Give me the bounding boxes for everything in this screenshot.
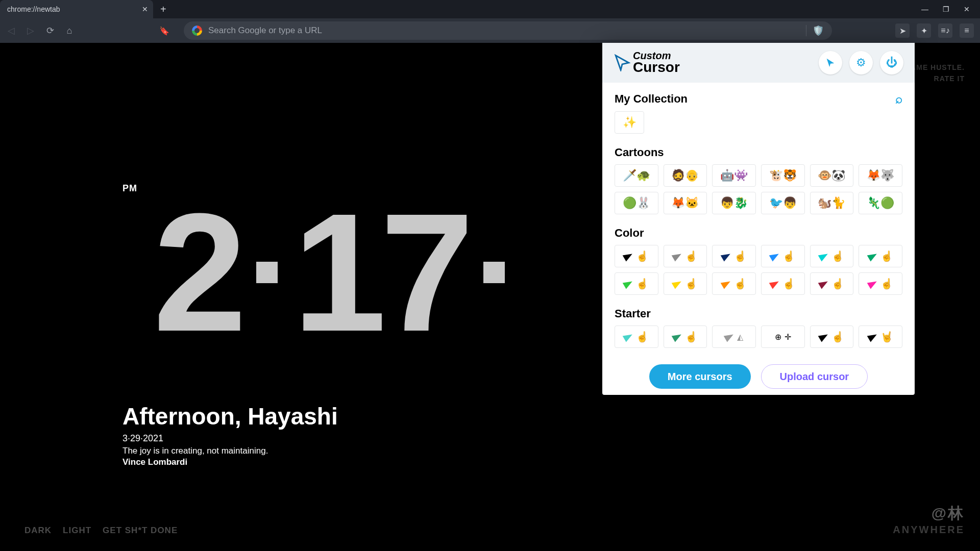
cursor-pack-item[interactable]: 🦊🐱 bbox=[664, 192, 707, 214]
power-icon: ⏻ bbox=[886, 56, 897, 69]
close-window-icon[interactable]: ✕ bbox=[964, 5, 970, 13]
menu-icon[interactable]: ≡ bbox=[960, 23, 974, 38]
pointer-icon bbox=[818, 251, 830, 261]
more-cursors-button[interactable]: More cursors bbox=[649, 364, 751, 389]
cursor-pack-item[interactable]: 🧔👴 bbox=[664, 164, 707, 187]
hand-icon: ☝ bbox=[831, 250, 844, 262]
toolbar-right: ➤ ✦ ≡♪ ≡ bbox=[895, 23, 974, 38]
pointer-icon bbox=[724, 331, 736, 342]
pointer-icon bbox=[818, 331, 830, 342]
cursor-color-item[interactable]: ☝ bbox=[859, 245, 902, 267]
cursor-starter-item[interactable]: ◭ bbox=[712, 325, 756, 348]
hand-icon: ☝ bbox=[636, 278, 649, 290]
address-placeholder: Search Google or type a URL bbox=[208, 26, 800, 36]
upload-cursor-button[interactable]: Upload cursor bbox=[761, 364, 868, 389]
cursor-starter-item[interactable]: 🤘 bbox=[859, 325, 902, 348]
cursor-pack-item[interactable]: 🐵🐼 bbox=[810, 164, 854, 187]
color-title: Color bbox=[615, 227, 902, 240]
popup-header: Custom Cursor ⚙ ⏻ bbox=[602, 43, 915, 83]
cursor-starter-item[interactable]: ☝ bbox=[615, 325, 658, 348]
starter-section: Starter ☝ ☝ ◭ ⊕✛ ☝ 🤘 bbox=[615, 307, 902, 348]
hand-icon: ☝ bbox=[880, 250, 893, 262]
hand-icon: ☝ bbox=[880, 278, 893, 290]
forward-button[interactable]: ▷ bbox=[26, 25, 36, 36]
cursor-pack-item[interactable]: 👦🐉 bbox=[712, 192, 756, 214]
bookmark-icon[interactable]: 🔖 bbox=[159, 26, 169, 36]
hand-icon: ☝ bbox=[636, 250, 649, 262]
cursor-color-item[interactable]: ☝ bbox=[761, 245, 805, 267]
new-tab-button[interactable]: + bbox=[160, 4, 166, 15]
shield-icon[interactable]: 🛡️ bbox=[813, 25, 824, 36]
cartoons-grid: 🗡️🐢 🧔👴 🤖👾 🐮🐯 🐵🐼 🦊🐺 🟢🐰 🦊🐱 👦🐉 🐦👦 🐿️🐈 🦎🟢 bbox=[615, 164, 902, 214]
cursor-pack-item[interactable]: 🦊🐺 bbox=[859, 164, 902, 187]
cursor-color-item[interactable]: ☝ bbox=[810, 245, 854, 267]
pointer-icon bbox=[867, 278, 878, 289]
pointer-icon bbox=[818, 278, 830, 289]
custom-cursor-logo: Custom Cursor bbox=[614, 51, 680, 74]
cursor-pack-item[interactable]: 🐮🐯 bbox=[761, 164, 805, 187]
cursor-color-item[interactable]: ☝ bbox=[664, 245, 707, 267]
pointer-icon bbox=[825, 57, 836, 68]
cursor-starter-item[interactable]: ⊕✛ bbox=[761, 325, 805, 348]
triangle-icon: ◭ bbox=[737, 332, 743, 342]
settings-button[interactable]: ⚙ bbox=[849, 51, 873, 74]
cursor-pack-item[interactable]: 🤖👾 bbox=[712, 164, 756, 187]
hand-icon: ☝ bbox=[831, 331, 844, 343]
starter-title: Starter bbox=[615, 307, 902, 320]
my-collection-header: My Collection ⌕ bbox=[615, 92, 902, 106]
greeting-text: Afternoon, Hayashi bbox=[122, 403, 338, 430]
watermark: @林 ANYWHERE bbox=[893, 503, 965, 536]
cursor-color-item[interactable]: ☝ bbox=[615, 272, 658, 295]
home-button[interactable]: ⌂ bbox=[64, 26, 75, 36]
cursor-color-item[interactable]: ☝ bbox=[712, 245, 756, 267]
cursor-color-item[interactable]: ☝ bbox=[810, 272, 854, 295]
cursor-color-item[interactable]: ☝ bbox=[859, 272, 902, 295]
my-collection-item[interactable]: ✨ bbox=[615, 111, 644, 134]
reload-button[interactable]: ⟳ bbox=[45, 25, 55, 36]
extensions-icon[interactable]: ✦ bbox=[917, 23, 931, 38]
theme-toggle: DARK LIGHT GET SH*T DONE bbox=[24, 525, 178, 536]
cursor-pack-item[interactable]: 🐿️🐈 bbox=[810, 192, 854, 214]
cursor-extension-icon[interactable]: ➤ bbox=[895, 23, 910, 38]
meridiem-label: PM bbox=[122, 183, 137, 194]
newtab-page: PM 2 17 Afternoon, Hayashi 3·29·2021 The… bbox=[0, 43, 980, 551]
popup-actions: ⚙ ⏻ bbox=[819, 51, 903, 74]
cursor-pack-item[interactable]: 🐦👦 bbox=[761, 192, 805, 214]
address-bar[interactable]: Search Google or type a URL 🛡️ bbox=[184, 21, 832, 40]
pointer-icon bbox=[672, 278, 683, 289]
pointer-icon bbox=[623, 278, 634, 289]
search-icon[interactable]: ⌕ bbox=[895, 92, 902, 106]
cursor-starter-item[interactable]: ☝ bbox=[810, 325, 854, 348]
quote-author: Vince Lombardi bbox=[122, 457, 187, 467]
cursor-color-item[interactable]: ☝ bbox=[761, 272, 805, 295]
logo-text-bottom: Cursor bbox=[633, 61, 680, 74]
theme-light-button[interactable]: LIGHT bbox=[63, 525, 91, 536]
pointer-icon bbox=[672, 251, 683, 261]
theme-hustle-button[interactable]: GET SH*T DONE bbox=[103, 525, 178, 536]
maximize-icon[interactable]: ❐ bbox=[943, 5, 949, 13]
crosshair-icon: ✛ bbox=[785, 332, 791, 342]
my-collection-title: My Collection bbox=[615, 92, 688, 106]
theme-dark-button[interactable]: DARK bbox=[24, 525, 52, 536]
cursor-pack-item[interactable]: 🦎🟢 bbox=[859, 192, 902, 214]
cursor-starter-item[interactable]: ☝ bbox=[664, 325, 707, 348]
date-text: 3·29·2021 bbox=[122, 433, 163, 444]
hand-icon: ☝ bbox=[734, 250, 747, 262]
power-button[interactable]: ⏻ bbox=[880, 51, 903, 74]
cursor-color-item[interactable]: ☝ bbox=[664, 272, 707, 295]
cursor-color-item[interactable]: ☝ bbox=[615, 245, 658, 267]
playlist-icon[interactable]: ≡♪ bbox=[938, 23, 952, 38]
close-tab-icon[interactable]: ✕ bbox=[142, 5, 148, 13]
clock-hour: 2 bbox=[153, 188, 241, 357]
cursor-pack-item[interactable]: 🟢🐰 bbox=[615, 192, 658, 214]
back-button[interactable]: ◁ bbox=[6, 25, 16, 36]
pointer-icon bbox=[720, 251, 732, 261]
clock: 2 17 bbox=[153, 188, 505, 357]
cursor-color-item[interactable]: ☝ bbox=[712, 272, 756, 295]
clock-separator-icon bbox=[483, 262, 505, 283]
browser-tab[interactable]: chrome://newtab ✕ bbox=[0, 0, 153, 18]
tab-title: chrome://newtab bbox=[7, 5, 60, 13]
default-cursor-button[interactable] bbox=[819, 51, 842, 74]
cursor-pack-item[interactable]: 🗡️🐢 bbox=[615, 164, 658, 187]
minimize-icon[interactable]: — bbox=[921, 5, 928, 13]
